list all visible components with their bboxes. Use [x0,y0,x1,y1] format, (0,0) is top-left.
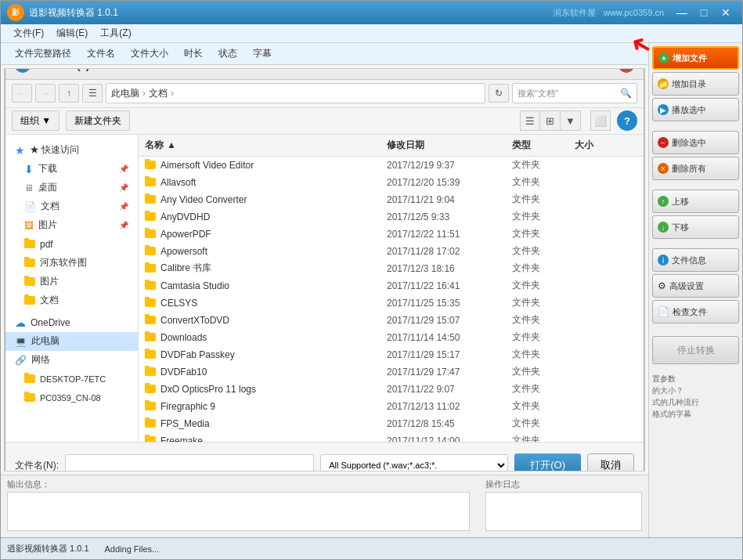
file-row[interactable]: Camtasia Studio 2017/11/22 16:41 文件夹 [139,277,644,294]
sidebar-pictures[interactable]: 🖼 图片 📌 [5,216,138,235]
file-row[interactable]: AnyDVDHD 2017/12/5 9:33 文件夹 [139,208,644,226]
minimize-button[interactable]: — [672,5,692,20]
file-row[interactable]: DVDFab10 2017/11/29 17:47 文件夹 [139,363,644,381]
sidebar-pc[interactable]: 💻 此电脑 [5,332,138,351]
delete-selected-button[interactable]: − 删除选中 [652,131,739,154]
sidebar-pc0359[interactable]: PC0359_CN-08 [5,388,138,407]
col-status: 状态 [211,47,245,60]
file-date: 2017/11/29 17:47 [387,367,512,378]
help-button[interactable]: ? [617,110,637,131]
sidebar-network[interactable]: 🔗 网络 [5,351,138,370]
onedrive-icon: ☁ [15,316,26,329]
view-detail-button[interactable]: ⊞ [540,110,561,131]
nav-up-button[interactable]: ↑ [59,84,79,103]
move-down-button[interactable]: ↓ 下移 [652,215,739,239]
play-selected-button[interactable]: ▶ 播放选中 [652,98,739,121]
organize-button[interactable]: 组织 ▼ [12,110,60,131]
col-date-header[interactable]: 修改日期 [387,139,512,152]
network-icon: 🔗 [15,355,27,366]
file-row[interactable]: Aimersoft Video Editor 2017/12/19 9:37 文… [139,157,644,174]
file-type: 文件夹 [512,279,575,292]
col-type-header[interactable]: 类型 [512,139,575,152]
sidebar-pics2[interactable]: 图片 [5,273,138,291]
sidebar-quick-access[interactable]: ★ ★ 快速访问 [5,141,138,160]
menu-edit[interactable]: 编辑(E) [50,25,94,42]
file-row[interactable]: ConvertXToDVD 2017/11/29 15:07 文件夹 [139,312,644,329]
file-date: 2017/12/8 15:45 [387,418,512,429]
search-box[interactable]: 搜索"文档" 🔍 [512,83,637,103]
view-list-button[interactable]: ☰ [520,110,540,131]
nav-back-button[interactable]: ← [12,84,32,103]
sidebar-documents[interactable]: 📄 文档 📌 [5,197,138,216]
file-date: 2017/12/3 18:16 [387,263,512,274]
folder-icon-row [145,316,156,324]
col-size-header[interactable]: 大小 [575,139,637,152]
add-dir-button[interactable]: 📁 增加目录 [652,72,739,96]
file-name-text: Firegraphic 9 [161,401,215,412]
file-row[interactable]: Calibre 书库 2017/12/3 18:16 文件夹 [139,260,644,277]
file-info-button[interactable]: i 文件信息 [652,248,739,272]
file-row[interactable]: FPS_Media 2017/12/8 15:45 文件夹 [139,415,644,432]
file-row[interactable]: DVDFab Passkey 2017/11/29 15:17 文件夹 [139,346,644,363]
close-button[interactable]: ✕ [716,5,736,20]
path-sep-2: › [171,88,174,99]
file-row[interactable]: Allavsoft 2017/12/20 15:39 文件夹 [139,174,644,191]
dialog-sidebar: ★ ★ 快速访问 ⬇ 下载 📌 🖥 [5,135,139,442]
file-date: 2017/11/25 15:35 [387,298,512,309]
col-subtitle: 字幕 [245,47,280,60]
file-list-scroll[interactable]: Aimersoft Video Editor 2017/12/19 9:37 文… [139,157,644,442]
quick-access-section: ★ ★ 快速访问 ⬇ 下载 📌 🖥 [5,138,138,313]
sidebar-downloads[interactable]: ⬇ 下载 📌 [5,160,138,179]
file-row[interactable]: Apowersoft 2017/11/28 17:02 文件夹 [139,243,644,260]
open-button[interactable]: 打开(O) [514,453,581,471]
file-row[interactable]: Freemake 2017/11/12 14:00 文件夹 [139,432,644,442]
sidebar-pdf[interactable]: pdf [5,235,138,254]
col-size: 文件大小 [123,47,176,60]
file-date: 2017/12/22 11:51 [387,229,512,240]
menu-file[interactable]: 文件(F) [7,25,50,42]
add-files-dialog: + Add File(s) × ← → ↑ ☰ 此电脑 › [5,68,644,471]
menu-tools[interactable]: 工具(Z) [94,25,137,42]
pdf-label: pdf [40,239,53,250]
delete-all-button[interactable]: × 删除所有 [652,157,739,180]
dialog-close-button[interactable]: × [619,68,634,73]
sidebar-desktop[interactable]: 🖥 桌面 📌 [5,179,138,197]
file-row[interactable]: Downloads 2017/11/14 14:50 文件夹 [139,329,644,346]
folder-icon-row [145,419,156,428]
file-name-text: DxO OpticsPro 11 logs [161,384,256,395]
file-type: 文件夹 [512,210,575,223]
sidebar-hedong[interactable]: 河东软件图 [5,254,138,273]
desktop7-label: DESKTOP-7ETC [40,374,106,384]
add-file-button[interactable]: + 增加文件 [652,46,739,70]
refresh-button[interactable]: ↻ [489,84,509,103]
docs2-label: 文档 [40,294,59,307]
sidebar-docs2[interactable]: 文档 [5,291,138,310]
filename-input[interactable] [65,454,314,471]
filetype-select[interactable]: All Supported (*.wav;*.ac3;*. [320,454,508,471]
file-row[interactable]: ApowerPDF 2017/12/22 11:51 文件夹 [139,226,644,243]
cancel-button[interactable]: 取消 [587,453,634,471]
pane-toggle-button[interactable]: ⬜ [590,110,611,131]
view-dropdown-button[interactable]: ▼ [561,110,581,131]
side-info-item-3: 式的几种流行 [652,396,739,408]
file-row[interactable]: CELSYS 2017/11/25 15:35 文件夹 [139,294,644,312]
separator2 [652,182,739,187]
folder-icon-row [145,333,156,341]
nav-forward-button[interactable]: → [35,84,56,103]
file-row[interactable]: Any Video Converter 2017/11/21 9:04 文件夹 [139,191,644,208]
file-row[interactable]: Firegraphic 9 2017/12/13 11:02 文件夹 [139,398,644,415]
col-name-header[interactable]: 名称 ▲ [145,139,387,152]
file-list-header: 名称 ▲ 修改日期 类型 大小 [139,135,644,157]
new-folder-button[interactable]: 新建文件夹 [66,110,130,131]
sidebar-desktop7[interactable]: DESKTOP-7ETC [5,370,138,388]
sidebar-onedrive[interactable]: ☁ OneDrive [5,313,138,332]
nav-list-button[interactable]: ☰ [82,84,103,103]
advanced-settings-button[interactable]: ⚙ 高级设置 [652,274,739,298]
dialog-overlay: + Add File(s) × ← → ↑ ☰ 此电脑 › [5,69,644,471]
check-file-button[interactable]: 📄 检查文件 [652,300,739,323]
stop-convert-button[interactable]: 停止转换 [652,336,739,364]
path-segment-pc: 此电脑 [111,87,139,100]
maximize-button[interactable]: □ [694,5,714,20]
move-up-button[interactable]: ↑ 上移 [652,190,739,213]
file-row[interactable]: DxO OpticsPro 11 logs 2017/11/22 9:07 文件… [139,381,644,398]
